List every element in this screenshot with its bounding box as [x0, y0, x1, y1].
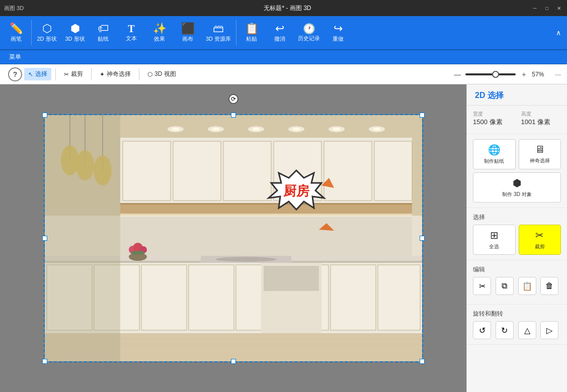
- text-label: 文本: [126, 35, 137, 42]
- 2dshape-label: 2D 形状: [37, 35, 56, 43]
- ribbon-3dlibrary[interactable]: 🗃 3D 资源库: [202, 16, 235, 49]
- ribbon-undo[interactable]: ↩ 撤消: [266, 16, 294, 49]
- select-tool-button[interactable]: ↖ 选择: [24, 68, 51, 80]
- title-bar: 画图 3D 无标题* - 画图 3D ─ □ ✕: [0, 0, 567, 16]
- 3dlibrary-label: 3D 资源库: [206, 35, 231, 43]
- menu-item-file[interactable]: 菜单: [4, 52, 26, 62]
- ribbon-3dshape[interactable]: ⬢ 3D 形状: [61, 16, 89, 49]
- secondary-toolbar: ? ↖ 选择 ✂ 裁剪 ✦ 神奇选择 ⬡ 3D 视图 — + 57% ···: [0, 64, 567, 84]
- sel-handle-tm[interactable]: [231, 113, 236, 118]
- rotate-right-button[interactable]: ↻: [496, 321, 514, 339]
- svg-point-32: [252, 128, 260, 131]
- svg-point-53: [131, 251, 145, 255]
- ribbon-canvas[interactable]: ⬛ 画布: [174, 16, 202, 49]
- sel-handle-tl[interactable]: [42, 113, 47, 118]
- crop-tool-icon: ✂: [64, 71, 69, 78]
- selection-wrapper[interactable]: ⟳: [44, 114, 423, 362]
- ribbon-pencil[interactable]: ✏️ 画笔: [2, 16, 30, 49]
- flip-horizontal-button[interactable]: △: [518, 321, 536, 339]
- select-all-icon: ⊞: [490, 229, 499, 241]
- sel-handle-bm[interactable]: [231, 359, 236, 364]
- canvas-area[interactable]: ⟳: [0, 84, 466, 392]
- svg-point-46: [216, 257, 276, 262]
- rotate-handle[interactable]: ⟳: [228, 94, 238, 104]
- rotate-left-button[interactable]: ↺: [473, 321, 491, 339]
- sel-handle-mr[interactable]: [420, 236, 425, 241]
- delete-button[interactable]: 🗑: [540, 277, 558, 295]
- zoom-in-button[interactable]: +: [519, 69, 529, 79]
- minimize-button[interactable]: ─: [531, 4, 539, 12]
- crop-tool-label: 裁剪: [71, 70, 83, 78]
- 3dshape-label: 3D 形状: [65, 35, 85, 43]
- select-section: 选择 ⊞ 全选 ✂ 裁剪: [467, 208, 567, 260]
- magic-select-panel-button[interactable]: 🖥 神奇选择: [519, 139, 561, 169]
- help-button[interactable]: ?: [8, 67, 22, 81]
- select-section-label: 选择: [473, 213, 561, 222]
- svg-point-30: [212, 128, 220, 131]
- magic-select-icon: ✦: [100, 71, 105, 78]
- flip-vertical-button[interactable]: ▷: [540, 321, 558, 339]
- make-sticker-button[interactable]: 🌐 制作贴纸: [473, 139, 516, 169]
- more-options-button[interactable]: ···: [553, 69, 563, 79]
- svg-rect-19: [189, 265, 234, 330]
- ribbon-2dshape[interactable]: ⬡ 2D 形状: [33, 16, 61, 49]
- ribbon-redo[interactable]: ↪ 重做: [324, 16, 352, 49]
- magic-select-tool-button[interactable]: ✦ 神奇选择: [96, 68, 135, 80]
- width-item: 宽度 1500 像素: [473, 111, 513, 127]
- sticker-icon: 🏷: [98, 23, 109, 34]
- ribbon-collapse-button[interactable]: ∧: [552, 16, 565, 49]
- maximize-button[interactable]: □: [543, 4, 551, 12]
- paste-label: 粘贴: [246, 35, 257, 43]
- sel-handle-tr[interactable]: [420, 113, 425, 118]
- undo-icon: ↩: [275, 23, 284, 34]
- pencil-icon: ✏️: [10, 23, 23, 34]
- close-button[interactable]: ✕: [555, 4, 563, 12]
- canvas-label: 画布: [182, 35, 193, 43]
- copy-button[interactable]: ⧉: [496, 277, 514, 295]
- crop-tool-button[interactable]: ✂ 裁剪: [60, 68, 87, 80]
- svg-point-34: [292, 128, 300, 131]
- edit-buttons-grid: ✂ ⧉ 📋 🗑: [473, 277, 561, 295]
- make-3d-label: 制作 3D 对象: [502, 191, 531, 198]
- magic-select-panel-label: 神奇选择: [530, 157, 550, 164]
- sel-handle-bl[interactable]: [42, 359, 47, 364]
- ribbon-history[interactable]: 🕐 历史记录: [294, 16, 324, 49]
- make-sticker-icon: 🌐: [488, 144, 501, 156]
- svg-point-36: [333, 128, 341, 131]
- svg-rect-4: [123, 141, 171, 201]
- paste-edit-button[interactable]: 📋: [518, 277, 536, 295]
- cut-button[interactable]: ✂: [473, 277, 491, 295]
- redo-icon: ↪: [334, 23, 343, 34]
- ribbon-sticker[interactable]: 🏷 贴纸: [89, 16, 117, 49]
- zoom-out-button[interactable]: —: [452, 69, 462, 79]
- window-controls[interactable]: ─ □ ✕: [531, 4, 563, 12]
- rotate-section: 旋转和翻转 ↺ ↻ △ ▷: [467, 305, 567, 345]
- canvas-image-border: 厨房: [44, 114, 423, 362]
- effects-label: 效果: [154, 35, 165, 43]
- sel-handle-br[interactable]: [420, 359, 425, 364]
- make-3d-button[interactable]: ⬢ 制作 3D 对象: [473, 172, 561, 203]
- dimensions-section: 宽度 1500 像素 高度 1001 像素: [467, 106, 567, 134]
- 2dshape-icon: ⬡: [42, 23, 52, 34]
- svg-rect-12: [120, 216, 412, 256]
- sel-handle-ml[interactable]: [42, 236, 47, 241]
- ribbon-text[interactable]: T 文本: [117, 16, 145, 49]
- select-all-button[interactable]: ⊞ 全选: [473, 225, 516, 255]
- canvas-content: ⟳: [0, 84, 466, 392]
- height-value: 1001 像素: [521, 118, 561, 127]
- svg-rect-6: [223, 141, 271, 201]
- zoom-slider[interactable]: [465, 73, 516, 75]
- toolbar-separator-1: [55, 68, 56, 80]
- ribbon-paste[interactable]: 📋 粘贴: [237, 16, 266, 49]
- svg-point-38: [373, 128, 381, 131]
- magic-select-label: 神奇选择: [107, 70, 131, 78]
- crop-panel-label: 裁剪: [535, 243, 545, 250]
- redo-label: 重做: [333, 35, 344, 43]
- toolbar-separator-2: [91, 68, 92, 80]
- magic-select-panel-icon: 🖥: [535, 144, 545, 155]
- svg-rect-48: [264, 266, 319, 291]
- zoom-percent: 57%: [532, 71, 550, 78]
- crop-panel-button[interactable]: ✂ 裁剪: [519, 225, 561, 255]
- ribbon-effects[interactable]: ✨ 效果: [145, 16, 174, 49]
- view-3d-button[interactable]: ⬡ 3D 视图: [143, 68, 180, 80]
